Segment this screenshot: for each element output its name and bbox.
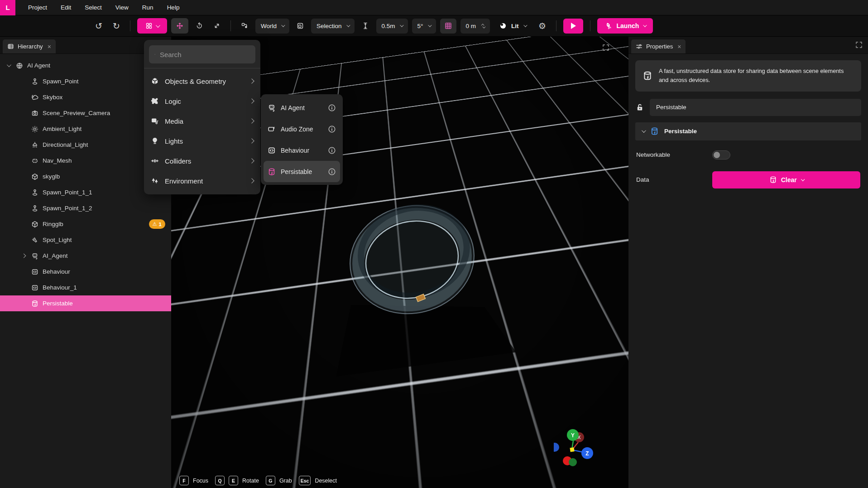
tab-properties[interactable]: Properties × — [631, 39, 686, 53]
chevron-right-icon[interactable] — [20, 254, 27, 257]
networkable-toggle[interactable] — [712, 150, 730, 159]
add-object-button[interactable] — [137, 18, 167, 34]
launch-label: Launch — [617, 22, 639, 29]
chevron-right-icon — [249, 78, 254, 83]
menu-view[interactable]: View — [109, 0, 135, 15]
tree-label: Ringglb — [43, 221, 63, 227]
transform-space-dropdown[interactable]: World — [255, 19, 289, 34]
play-icon — [571, 23, 576, 29]
audio-zone-icon — [268, 125, 276, 133]
selection-mode-button[interactable] — [293, 19, 307, 33]
database-icon — [268, 168, 276, 176]
undo-button[interactable]: ↺ — [92, 19, 106, 33]
submenu-item-audio-zone[interactable]: Audio Zone — [264, 118, 340, 140]
close-icon[interactable]: × — [677, 43, 681, 50]
submenu-item-persistable[interactable]: Persistable — [264, 161, 340, 182]
entity-name-input[interactable] — [650, 99, 861, 116]
tree-row-persistable[interactable]: Persistable — [0, 295, 171, 311]
scale-tool-button[interactable] — [210, 19, 224, 33]
globe-icon — [16, 62, 23, 69]
tree-row-ai-agent[interactable]: AI_Agent — [0, 248, 171, 264]
menu-item-colliders[interactable]: Colliders — [144, 151, 260, 171]
script-icon — [268, 146, 276, 155]
menu-item-lights[interactable]: Lights — [144, 131, 260, 151]
rotate-tool-button[interactable] — [192, 19, 206, 33]
info-icon[interactable] — [328, 125, 336, 133]
play-button[interactable] — [563, 19, 583, 34]
clear-data-button[interactable]: Clear — [712, 171, 860, 188]
close-icon[interactable]: × — [48, 43, 51, 50]
move-tool-button[interactable] — [171, 18, 188, 34]
robot-icon — [31, 252, 38, 260]
tree-row-behaviour-1[interactable]: Behaviour_1 — [0, 280, 171, 295]
move-snap-dropdown[interactable]: 0.5m — [376, 19, 408, 34]
tree-row-spot-light[interactable]: Spot_Light — [0, 232, 171, 248]
persistable-section-header[interactable]: Persistable — [635, 122, 861, 140]
workspace: X Y Z F Focus Q E Rotate G Grab Esc Dese… — [0, 37, 868, 488]
info-icon[interactable] — [328, 104, 336, 112]
menu-run[interactable]: Run — [136, 0, 160, 15]
height-snap-stepper[interactable]: 0 m — [460, 19, 490, 34]
toggle-knob — [714, 152, 720, 158]
search-box[interactable] — [149, 45, 255, 63]
robot-icon — [268, 104, 276, 112]
launch-button[interactable]: Launch — [597, 18, 653, 34]
search-input[interactable] — [160, 51, 250, 58]
tree-row-spawn-point-1-2[interactable]: Spawn_Point_1_2 — [0, 200, 171, 216]
spawn-point-icon — [31, 189, 38, 196]
database-icon — [643, 71, 652, 81]
menu-item-environment[interactable]: Environment — [144, 171, 260, 191]
redo-button[interactable]: ↻ — [110, 19, 123, 33]
tree-row-ringglb[interactable]: Ringglb ⚠1 — [0, 216, 171, 232]
settings-button[interactable]: ⚙ — [536, 19, 549, 33]
shading-mode-dropdown[interactable]: Lit — [494, 19, 532, 34]
stepper-arrows[interactable] — [482, 24, 484, 29]
transform-space-button[interactable] — [238, 19, 251, 33]
rotate-icon — [196, 22, 203, 29]
puzzle-icon — [151, 97, 159, 105]
tree-label: skyglb — [43, 173, 60, 180]
hint-focus: Focus — [193, 478, 208, 484]
selection-mode-dropdown[interactable]: Selection — [311, 19, 355, 34]
rotate-snap-dropdown[interactable]: 5° — [412, 19, 436, 34]
move-snap-button[interactable] — [359, 19, 372, 33]
chevron-down-icon — [281, 23, 285, 27]
info-icon[interactable] — [328, 168, 336, 176]
data-row: Data Clear — [635, 171, 861, 188]
grid-snap-toggle[interactable] — [440, 19, 456, 34]
chevron-down-icon[interactable] — [5, 64, 12, 67]
camera-icon — [31, 110, 38, 117]
submenu-item-behaviour[interactable]: Behaviour — [264, 140, 340, 161]
viewport-expand-button[interactable] — [602, 44, 609, 51]
database-clear-icon — [769, 176, 777, 184]
tree-row-behaviour[interactable]: Behaviour — [0, 264, 171, 280]
skybox-icon — [31, 94, 38, 101]
properties-expand-button[interactable] — [855, 41, 863, 48]
database-icon — [31, 300, 38, 307]
tab-hierarchy[interactable]: Hierarchy × — [3, 39, 56, 53]
axis-gizmo[interactable]: X Y Z — [554, 427, 613, 482]
menu-edit[interactable]: Edit — [54, 0, 77, 15]
divider — [590, 20, 590, 31]
app-logo[interactable]: L — [0, 0, 15, 15]
submenu-item-ai-agent[interactable]: AI Agent — [264, 97, 340, 118]
media-icon — [151, 117, 159, 125]
scale-icon — [213, 22, 221, 29]
info-icon[interactable] — [328, 146, 336, 155]
menu-select[interactable]: Select — [78, 0, 108, 15]
warning-badge[interactable]: ⚠1 — [149, 219, 165, 229]
menu-item-objects-geometry[interactable]: Objects & Geometry — [144, 71, 260, 91]
unlock-icon[interactable] — [635, 103, 644, 112]
axis-y-label: Y — [571, 432, 575, 439]
mesh-cube-icon — [31, 173, 38, 180]
menu-project[interactable]: Project — [22, 0, 53, 15]
menu-help[interactable]: Help — [161, 0, 186, 15]
properties-panel: Properties × A fast, unstructured data s… — [628, 37, 868, 488]
menu-item-media[interactable]: Media — [144, 111, 260, 131]
section-title: Persistable — [664, 128, 697, 135]
menu-item-logic[interactable]: Logic — [144, 91, 260, 111]
script-icon — [31, 284, 38, 291]
hint-rotate: Rotate — [242, 478, 259, 484]
axis-z-label: Z — [585, 450, 589, 457]
warning-count: 1 — [159, 222, 162, 227]
